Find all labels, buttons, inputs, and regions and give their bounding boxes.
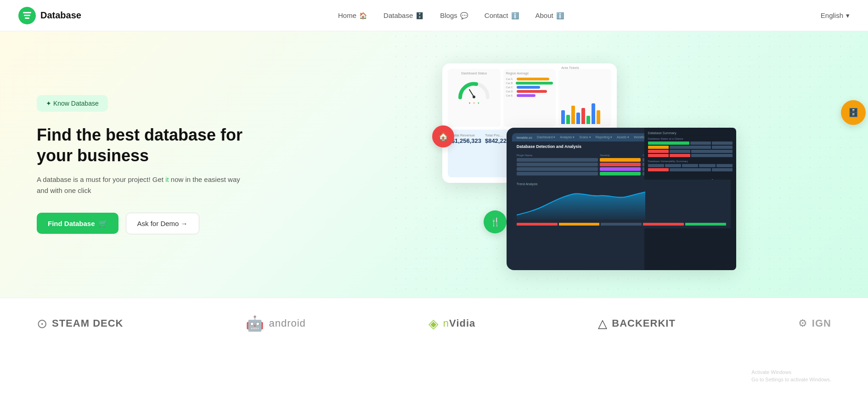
steam-icon: ⊙ bbox=[37, 316, 47, 331]
android-label: android bbox=[269, 317, 305, 329]
nav-item-blogs[interactable]: Blogs 💬 bbox=[440, 11, 468, 19]
demo-label: Ask for Demo → bbox=[137, 220, 188, 227]
navbar: Database Home 🏠 Database 🗄️ Blogs 💬 Cont… bbox=[0, 0, 868, 31]
about-icon: ℹ️ bbox=[556, 12, 564, 19]
float-icon-yellow: 🗄️ bbox=[841, 100, 866, 125]
nav-item-database[interactable]: Database 🗄️ bbox=[383, 11, 423, 19]
android-icon: 🤖 bbox=[246, 315, 264, 332]
chevron-down-icon: ▾ bbox=[846, 11, 850, 20]
nvidia-label: nVidia bbox=[443, 317, 475, 329]
brand-nvidia: ◈ nVidia bbox=[428, 316, 475, 331]
cart-icon: 🛒 bbox=[99, 219, 107, 227]
logo-text: Database bbox=[40, 10, 81, 21]
language-label: English bbox=[821, 11, 843, 19]
nav-item-home[interactable]: Home 🏠 bbox=[338, 11, 367, 19]
brand-android: 🤖 android bbox=[246, 315, 305, 332]
subtitle-highlight: it bbox=[165, 175, 171, 183]
brand-backerkit: △ BACKERKIT bbox=[598, 317, 676, 331]
hero-buttons: Find Database 🛒 Ask for Demo → bbox=[37, 213, 387, 234]
float-icon-green: 🍴 bbox=[484, 210, 507, 233]
logo[interactable]: Database bbox=[18, 7, 81, 24]
badge-text: ✦ Know Database bbox=[46, 100, 99, 107]
hero-section: ✦ Know Database Find the best database f… bbox=[0, 31, 868, 298]
nvidia-icon: ◈ bbox=[428, 316, 439, 331]
backerkit-icon: △ bbox=[598, 317, 607, 331]
steam-label: STEAM DECK bbox=[52, 317, 123, 329]
database-icon: 🗄️ bbox=[416, 12, 423, 19]
blogs-icon: 💬 bbox=[460, 12, 468, 19]
revenue-1: $1,256,323 bbox=[451, 137, 481, 144]
hero-title: Find the best database for your business bbox=[37, 124, 257, 166]
ign-icon: ⚙ bbox=[798, 317, 807, 329]
nav-label-database: Database bbox=[383, 11, 413, 19]
hero-subtitle: A database is a must for your project! G… bbox=[37, 174, 248, 196]
bar-chart: Region Average Cat A Cat B Cat C Cat D C… bbox=[503, 69, 556, 127]
nav-label-home: Home bbox=[338, 11, 356, 19]
hero-left: ✦ Know Database Find the best database f… bbox=[0, 68, 415, 262]
float-icon-red: 🏠 bbox=[432, 125, 454, 147]
brand-steam: ⊙ STEAM DECK bbox=[37, 316, 123, 331]
area-chart-section: Trend Analysis bbox=[512, 180, 731, 228]
nav-label-contact: Contact bbox=[485, 11, 508, 19]
nav-item-about[interactable]: About ℹ️ bbox=[535, 11, 564, 19]
dashboard-card-2: tenable.sc Dashboard ▾ Analysis ▾ Scans … bbox=[507, 128, 736, 270]
home-icon: 🏠 bbox=[359, 12, 367, 19]
logo-icon bbox=[18, 7, 36, 24]
brands-section: ⊙ STEAM DECK 🤖 android ◈ nVidia △ BACKER… bbox=[0, 298, 868, 349]
know-badge: ✦ Know Database bbox=[37, 95, 108, 112]
ask-demo-button[interactable]: Ask for Demo → bbox=[126, 213, 199, 234]
nav-item-contact[interactable]: Contact ℹ️ bbox=[485, 11, 519, 19]
brand-ign: ⚙ IGN Activate Windows Go to Settings to… bbox=[798, 317, 831, 329]
language-selector[interactable]: English ▾ bbox=[821, 11, 850, 20]
find-database-button[interactable]: Find Database 🛒 bbox=[37, 213, 118, 234]
nav-label-blogs: Blogs bbox=[440, 11, 457, 19]
backerkit-label: BACKERKIT bbox=[612, 317, 676, 329]
column-chart: Area Tickets bbox=[558, 69, 611, 127]
gauge-chart: Dashboard Status ● ● ● bbox=[448, 69, 501, 127]
subtitle-prefix: A database is a must for your project! G… bbox=[37, 175, 163, 183]
find-database-label: Find Database bbox=[48, 220, 95, 227]
contact-icon: ℹ️ bbox=[511, 12, 519, 19]
nav-links: Home 🏠 Database 🗄️ Blogs 💬 Contact ℹ️ bbox=[338, 11, 564, 19]
ign-label: IGN bbox=[812, 317, 831, 329]
nav-label-about: About bbox=[535, 11, 553, 19]
hero-right: 🏠 🗄️ 🍴 Dashboard Status ● bbox=[415, 36, 868, 293]
svg-line-1 bbox=[469, 90, 474, 97]
